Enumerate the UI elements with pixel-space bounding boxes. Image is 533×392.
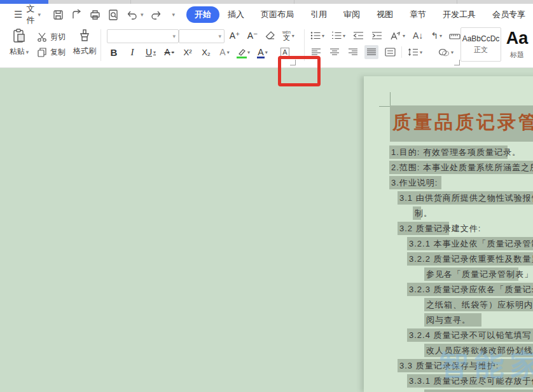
format-painter-button[interactable]: 格式刷 bbox=[72, 28, 97, 57]
shrink-font-button[interactable]: A⁻ bbox=[246, 29, 260, 43]
paragraph-group-launcher[interactable] bbox=[454, 60, 460, 65]
hamburger-menu-icon[interactable]: ☰ bbox=[14, 9, 22, 20]
tab-页面布局[interactable]: 页面布局 bbox=[253, 6, 302, 23]
italic-button[interactable]: I bbox=[125, 45, 139, 59]
copy-button[interactable]: 复制 bbox=[37, 47, 66, 58]
bold-button[interactable]: B bbox=[107, 45, 121, 59]
style-card-heading[interactable]: Aa 标题 bbox=[502, 27, 532, 60]
line-spacing-icon bbox=[408, 48, 419, 57]
text-effects-button[interactable]: A▾ bbox=[218, 45, 232, 59]
tab-审阅[interactable]: 审阅 bbox=[335, 6, 368, 23]
increase-indent-button[interactable] bbox=[370, 29, 384, 43]
print-preview-button[interactable] bbox=[107, 9, 120, 21]
distribute-button[interactable] bbox=[383, 45, 397, 59]
doc-line: 场所，以便各部门记录人员查 bbox=[364, 389, 533, 392]
strikethrough-button[interactable]: A▾ bbox=[162, 45, 176, 59]
text-direction-label: A↓ bbox=[413, 30, 423, 41]
font-color-button[interactable]: A ▾ bbox=[256, 45, 270, 59]
increase-indent-icon bbox=[371, 31, 382, 40]
style-sample: Aa bbox=[506, 29, 529, 48]
character-border-label: A bbox=[282, 48, 287, 56]
cut-label: 剪切 bbox=[50, 32, 66, 43]
clipboard-group: 粘贴▾ 剪切 复制 格式刷 bbox=[5, 28, 97, 58]
line-spacing-button[interactable]: ▾ bbox=[406, 45, 424, 59]
export-pdf-button[interactable] bbox=[71, 9, 83, 21]
doc-line: 阅与查寻。 bbox=[364, 313, 533, 328]
paste-icon bbox=[11, 28, 27, 44]
distribute-icon bbox=[385, 48, 396, 57]
redo-button[interactable] bbox=[150, 9, 162, 21]
doc-title: 质量品质记录管理 bbox=[392, 110, 533, 135]
doc-line-text: 1.目的: 有效管理各项质量记录。 bbox=[391, 145, 521, 160]
document-canvas: 质量品质记录管理 1.目的: 有效管理各项质量记录。2.范围: 本事业处质量系统… bbox=[0, 68, 533, 392]
tab-ruler-button[interactable] bbox=[448, 29, 462, 43]
style-card-normal[interactable]: AaBbCcDc 正文 bbox=[460, 27, 501, 62]
doc-line: 参见各「质量记录管制表」。 bbox=[364, 267, 533, 282]
dropdown-icon: ▾ bbox=[247, 50, 250, 55]
ribbon-tabs: 开始插入页面布局引用审阅视图章节开发工具会员专享 bbox=[186, 6, 533, 23]
bold-label: B bbox=[111, 47, 118, 58]
group-divider bbox=[100, 29, 101, 61]
align-center-icon bbox=[329, 48, 340, 57]
superscript-label: X² bbox=[184, 48, 192, 57]
document-page[interactable]: 质量品质记录管理 1.目的: 有效管理各项质量记录。2.范围: 本事业处质量系统… bbox=[364, 76, 533, 392]
tab-章节[interactable]: 章节 bbox=[401, 6, 434, 23]
tab-视图[interactable]: 视图 bbox=[368, 6, 401, 23]
cut-button[interactable]: 剪切 bbox=[37, 32, 66, 43]
superscript-button[interactable]: X² bbox=[181, 45, 195, 59]
doc-line-text: 3.1 由供货商所提供之物性试验报告或 bbox=[399, 191, 533, 206]
underline-button[interactable]: U▾ bbox=[144, 45, 158, 59]
doc-line: 3.2 质量记录建文件: bbox=[364, 221, 533, 236]
tab-会员专享[interactable]: 会员专享 bbox=[484, 6, 533, 23]
annotation-red-box bbox=[278, 56, 321, 86]
font-size-combobox[interactable]: ▾ bbox=[179, 29, 225, 43]
numbered-list-button[interactable]: ▾ bbox=[330, 29, 347, 43]
undo-button[interactable] bbox=[126, 9, 138, 21]
paragraph-layout-label: ↰ bbox=[431, 30, 438, 41]
dropdown-icon: ▾ bbox=[265, 50, 268, 55]
decrease-indent-button[interactable] bbox=[351, 29, 365, 43]
highlight-color-button[interactable]: ▾ bbox=[236, 45, 251, 59]
align-center-button[interactable] bbox=[328, 45, 342, 59]
customize-toolbar-icon[interactable]: ▾ bbox=[172, 11, 176, 18]
paste-dropdown-icon: ▾ bbox=[26, 49, 29, 55]
divider bbox=[401, 46, 402, 58]
pinyin-guide-button[interactable]: wén 文 ▾ bbox=[281, 29, 296, 43]
print-button[interactable] bbox=[89, 9, 101, 21]
file-menu[interactable]: 文件 ▾ bbox=[26, 3, 41, 26]
paste-label: 粘贴 bbox=[10, 47, 25, 56]
tab-开始[interactable]: 开始 bbox=[186, 6, 219, 23]
character-scale-button[interactable]: ▾ bbox=[388, 29, 406, 43]
grow-font-button[interactable]: A⁺ bbox=[228, 29, 242, 43]
decrease-indent-icon bbox=[353, 31, 364, 40]
subscript-button[interactable]: X₂ bbox=[199, 45, 213, 59]
font-name-combobox[interactable]: ▾ bbox=[107, 29, 179, 43]
strikethrough-label: A bbox=[164, 47, 170, 57]
doc-line-text: 3.3.1 质量记录应尽可能存放于作业 bbox=[409, 374, 533, 389]
doc-line-text: 3.2.1 本事业处依「质量记录管制表 bbox=[409, 236, 533, 252]
doc-line: 3.2.1 本事业处依「质量记录管制表 bbox=[364, 236, 533, 252]
doc-line: 3.2.4 质量记录不可以铅笔填写，如 bbox=[364, 328, 533, 343]
dropdown-icon: ▾ bbox=[172, 50, 174, 55]
doc-line-text: 之纸箱、纸袋等）应标明内含 bbox=[426, 297, 533, 313]
tab-开发工具[interactable]: 开发工具 bbox=[434, 6, 484, 23]
shrink-font-label: A⁻ bbox=[247, 30, 258, 41]
ruler-icon bbox=[449, 32, 460, 40]
shading-icon bbox=[438, 48, 450, 57]
paste-button[interactable]: 粘贴▾ bbox=[5, 28, 33, 57]
undo-dropdown-icon[interactable]: ▾ bbox=[141, 11, 144, 18]
tab-引用[interactable]: 引用 bbox=[302, 6, 335, 23]
align-right-button[interactable] bbox=[346, 45, 360, 59]
clear-format-button[interactable] bbox=[263, 29, 277, 43]
text-effects-label: A bbox=[219, 47, 225, 57]
dropdown-icon: ▾ bbox=[153, 50, 156, 55]
justify-button[interactable] bbox=[364, 45, 378, 59]
save-button[interactable] bbox=[52, 9, 64, 21]
tab-插入[interactable]: 插入 bbox=[219, 6, 253, 23]
text-direction-button[interactable]: A↓ bbox=[411, 29, 425, 43]
doc-line-text: 3.2.2 质量记录依重要性及数量累积 bbox=[409, 252, 533, 267]
shading-button[interactable]: ▾ bbox=[437, 45, 455, 59]
menubar: ☰ 文件 ▾ ▾ ▾ 开始插入页面布局引用审阅视图章节开发工具会员专享 bbox=[0, 4, 533, 25]
paragraph-layout-button[interactable]: ↰▾ bbox=[429, 29, 443, 43]
bullet-list-button[interactable]: ▾ bbox=[309, 29, 326, 43]
